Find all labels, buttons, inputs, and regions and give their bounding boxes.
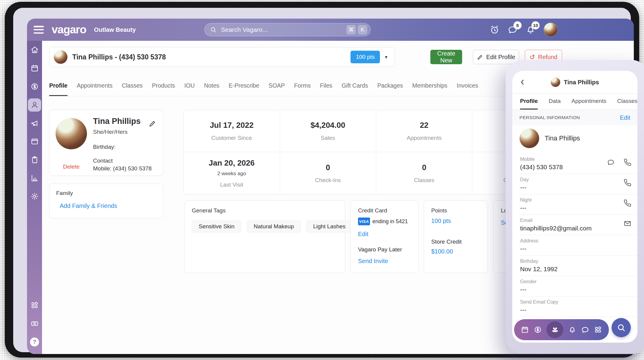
create-new-button[interactable]: Create New xyxy=(430,50,462,64)
vagaro-logo[interactable]: vagaro xyxy=(52,19,86,41)
tab-classes[interactable]: Classes xyxy=(122,82,143,96)
waitlist-clock-icon[interactable] xyxy=(490,25,499,34)
phone-call-icon[interactable] xyxy=(624,158,631,166)
search-icon xyxy=(617,323,626,332)
home-icon xyxy=(31,46,39,54)
tag-chip[interactable]: Sensitive Skin xyxy=(192,220,241,232)
profile-contact-label: Contact xyxy=(93,158,113,164)
sidebar-item-home[interactable] xyxy=(27,41,42,59)
add-family-link[interactable]: Add Family & Friends xyxy=(60,202,117,209)
sms-chat-icon[interactable] xyxy=(607,158,615,166)
global-search[interactable]: ⌘ K xyxy=(204,23,371,36)
k-key-badge: K xyxy=(358,25,367,34)
calendar-icon xyxy=(31,64,39,72)
tag-chip[interactable]: Natural Makeup xyxy=(247,220,301,232)
sidebar-item-help[interactable]: ? xyxy=(27,333,42,351)
mobile-tab-profile[interactable]: Profile xyxy=(520,94,538,110)
tab-files[interactable]: Files xyxy=(320,82,332,96)
hamburger-menu-icon[interactable] xyxy=(34,26,44,34)
field-send-email-copy: Send Email Copy --- xyxy=(520,296,637,317)
sidebar-item-customers[interactable] xyxy=(27,96,42,114)
send-invite-link[interactable]: Send Invite xyxy=(358,258,388,265)
mobile-nav-customers-icon[interactable] xyxy=(551,326,559,334)
mobile-tab-appointments[interactable]: Appointments xyxy=(571,94,606,110)
user-avatar[interactable] xyxy=(544,23,558,37)
edit-profile-button[interactable]: Edit Profile xyxy=(473,50,519,64)
field-label: Birthday xyxy=(520,258,637,264)
tab-appointments[interactable]: Appointments xyxy=(77,82,113,96)
field-gender: Gender --- xyxy=(520,276,637,296)
mobile-tab-classes[interactable]: Classes xyxy=(617,94,637,110)
sidebar-item-website[interactable] xyxy=(27,132,42,151)
profile-mobile: Mobile: (434) 530 5378 xyxy=(93,165,152,172)
tab-soap[interactable]: SOAP xyxy=(269,82,285,96)
field-value: tinaphillips92@gmail.com xyxy=(520,225,637,232)
stat-sales: $4,204.00 Sales xyxy=(280,110,376,152)
points-caret-icon[interactable]: ▾ xyxy=(385,54,387,60)
mobile-header-name: Tina Phillips xyxy=(564,79,599,86)
stat-classes: 0 Classes xyxy=(376,152,473,194)
general-tags-card: General Tags Sensitive Skin Natural Make… xyxy=(184,200,345,273)
mobile-nav-apps-icon[interactable] xyxy=(594,326,602,334)
sidebar-item-checklist[interactable] xyxy=(27,151,42,169)
card-ending: ending in 5421 xyxy=(372,218,408,225)
mobile-profile-avatar xyxy=(519,128,539,148)
mobile-nav-notifications-icon[interactable] xyxy=(568,326,576,334)
mobile-profile-name: Tina Phillips xyxy=(545,134,580,142)
profile-birthday-label: Birthday: xyxy=(93,144,116,150)
field-label: Day xyxy=(520,177,637,182)
mobile-nav-active-highlight xyxy=(546,321,563,338)
sidebar-item-payments[interactable] xyxy=(27,314,42,333)
messages-icon[interactable]: 8 xyxy=(508,25,517,34)
sidebar-item-reports[interactable] xyxy=(27,169,42,187)
field-value: --- xyxy=(520,245,637,252)
family-card: Family Add Family & Friends xyxy=(49,184,163,218)
mobile-nav-sales-icon[interactable] xyxy=(534,326,542,334)
tab-profile[interactable]: Profile xyxy=(49,82,68,96)
mobile-tab-data[interactable]: Data xyxy=(549,94,561,110)
mobile-profile-row: Tina Phillips xyxy=(519,128,580,148)
tag-chip[interactable]: Light Lashes xyxy=(306,220,352,232)
points-title: Points xyxy=(431,207,447,214)
edit-pencil-icon[interactable] xyxy=(149,120,156,129)
field-mobile: Mobile (434) 530 5378 xyxy=(520,154,637,174)
mobile-search-fab[interactable] xyxy=(612,318,631,337)
mobile-edit-link[interactable]: Edit xyxy=(620,114,630,121)
edit-card-link[interactable]: Edit xyxy=(358,231,368,238)
tab-packages[interactable]: Packages xyxy=(377,82,403,96)
tab-forms[interactable]: Forms xyxy=(294,82,311,96)
tab-invoices[interactable]: Invoices xyxy=(457,82,478,96)
visa-badge: VISA xyxy=(358,218,370,225)
store-credit-link[interactable]: $100.00 xyxy=(431,248,453,255)
messages-badge: 8 xyxy=(513,21,522,29)
field-value: --- xyxy=(520,306,637,314)
tab-memberships[interactable]: Memberships xyxy=(412,82,447,96)
sidebar: ? xyxy=(27,41,42,354)
sidebar-item-sales[interactable] xyxy=(27,77,42,96)
sidebar-item-settings[interactable] xyxy=(27,187,42,206)
points-value-link[interactable]: 100 pts xyxy=(431,218,451,224)
phone-call-icon[interactable] xyxy=(624,179,631,187)
email-envelope-icon[interactable] xyxy=(624,220,631,227)
tab-notes[interactable]: Notes xyxy=(204,82,219,96)
stat-label: Sales xyxy=(321,135,335,141)
personal-info-section-header: PERSONAL INFORMATION Edit xyxy=(512,110,637,125)
tab-eprescribe[interactable]: E-Prescribe xyxy=(229,82,259,96)
delete-customer-link[interactable]: Delete xyxy=(56,164,87,170)
field-label: Night xyxy=(520,197,637,203)
notifications-badge: 10 xyxy=(531,21,540,29)
tab-products[interactable]: Products xyxy=(152,82,175,96)
tab-iou[interactable]: IOU xyxy=(184,82,195,96)
search-input[interactable] xyxy=(220,26,345,34)
points-button[interactable]: 100 pts xyxy=(351,51,380,63)
mobile-nav-messages-icon[interactable] xyxy=(581,326,589,334)
phone-call-icon[interactable] xyxy=(624,199,631,207)
sidebar-item-marketing[interactable] xyxy=(27,114,42,132)
notifications-bell-icon[interactable]: 10 xyxy=(526,25,535,34)
cmd-key-badge: ⌘ xyxy=(346,25,356,34)
mobile-nav-calendar-icon[interactable] xyxy=(521,326,529,334)
sidebar-item-apps[interactable] xyxy=(27,296,42,314)
sidebar-item-calendar[interactable] xyxy=(27,59,42,77)
credit-card-title: Credit Card xyxy=(358,207,387,214)
tab-giftcards[interactable]: Gift Cards xyxy=(342,82,368,96)
